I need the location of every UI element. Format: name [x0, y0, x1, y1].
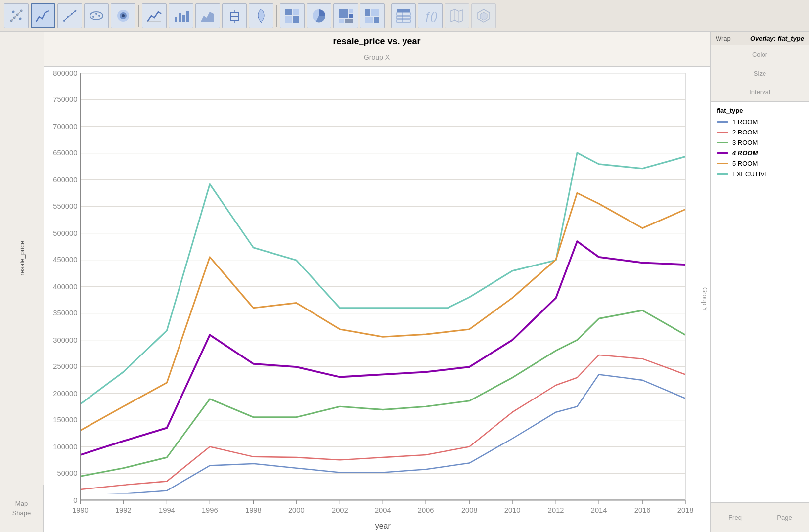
interval-button[interactable]: Interval	[711, 83, 809, 102]
svg-text:1992: 1992	[115, 506, 132, 514]
svg-text:2016: 2016	[634, 506, 651, 514]
svg-rect-31	[285, 16, 292, 23]
svg-marker-50	[480, 12, 487, 20]
svg-rect-23	[186, 11, 189, 22]
group-y-label: Group Y	[701, 287, 709, 311]
bottom-left-button[interactable]: MapShape	[0, 485, 44, 532]
ellipse-icon[interactable]	[84, 3, 109, 28]
svg-point-13	[92, 16, 94, 18]
svg-text:550000: 550000	[53, 202, 77, 210]
svg-text:1996: 1996	[202, 506, 218, 514]
svg-text:2000: 2000	[288, 506, 305, 514]
density-icon[interactable]	[111, 3, 135, 28]
formula-icon[interactable]: ƒ()	[418, 3, 443, 28]
svg-point-18	[122, 14, 125, 17]
mosaic-icon[interactable]	[360, 3, 385, 28]
svg-text:450000: 450000	[53, 255, 77, 264]
svg-text:2014: 2014	[591, 506, 607, 514]
svg-marker-24	[201, 12, 214, 22]
scatter-plot-icon[interactable]	[4, 3, 29, 28]
svg-text:ƒ(): ƒ()	[424, 10, 438, 22]
svg-rect-30	[293, 9, 299, 15]
y-axis-area: resale_price	[18, 32, 26, 485]
svg-text:700000: 700000	[53, 122, 77, 130]
svg-text:2012: 2012	[548, 506, 564, 514]
page-button[interactable]: Page	[760, 503, 809, 532]
map-icon[interactable]	[445, 3, 469, 28]
tile-icon[interactable]	[280, 3, 305, 28]
violin-icon[interactable]	[249, 3, 273, 28]
legend-item[interactable]: 2 ROOM	[717, 129, 803, 136]
area-chart-icon[interactable]	[195, 3, 220, 28]
svg-text:0: 0	[73, 495, 77, 504]
svg-rect-43	[397, 9, 410, 12]
svg-rect-20	[175, 17, 177, 22]
svg-rect-39	[365, 9, 370, 16]
chart-svg: 800000 750000 700000 650000 600000 55000…	[44, 67, 710, 532]
svg-text:2018: 2018	[677, 506, 694, 514]
svg-rect-29	[285, 9, 292, 15]
pie-icon[interactable]	[307, 3, 331, 28]
line-plot-icon[interactable]	[31, 3, 55, 28]
legend-item-label: 2 ROOM	[732, 129, 758, 136]
svg-text:1994: 1994	[159, 506, 175, 514]
line-chart-icon[interactable]	[142, 3, 167, 28]
right-panel: Wrap Overlay: flat_type Color Size Inter…	[710, 32, 809, 532]
size-button[interactable]: Size	[711, 64, 809, 83]
svg-text:year: year	[375, 521, 391, 530]
overlay-label: Overlay: flat_type	[750, 35, 804, 42]
svg-rect-40	[371, 9, 379, 16]
svg-text:500000: 500000	[53, 228, 77, 237]
svg-rect-44	[397, 13, 410, 15]
map-shape-label: MapShape	[12, 499, 31, 517]
legend-item[interactable]: 5 ROOM	[717, 160, 803, 167]
legend-item[interactable]: EXECUTIVE	[717, 170, 803, 177]
svg-line-11	[63, 10, 76, 21]
svg-rect-42	[374, 17, 379, 23]
wrap-label[interactable]: Wrap	[716, 35, 731, 42]
group-y-container[interactable]: Group Y	[700, 67, 710, 532]
table-icon[interactable]	[391, 3, 416, 28]
svg-point-15	[98, 15, 100, 17]
color-button[interactable]: Color	[711, 45, 809, 64]
svg-rect-41	[365, 17, 373, 23]
svg-rect-38	[345, 19, 353, 23]
legend-item[interactable]: 4 ROOM	[717, 149, 803, 157]
trend-line-icon[interactable]	[57, 3, 82, 28]
svg-rect-46	[397, 20, 410, 22]
svg-point-3	[12, 10, 15, 13]
left-axis-area: resale_price MapShape	[0, 32, 44, 532]
chart-plot-area: Group Y 800000 750000	[44, 67, 710, 532]
legend-item[interactable]: 3 ROOM	[717, 139, 803, 146]
overlay-header: Wrap Overlay: flat_type	[711, 32, 809, 45]
svg-text:150000: 150000	[53, 415, 77, 424]
separator-3	[388, 5, 388, 27]
svg-rect-34	[339, 9, 348, 18]
group-x-header[interactable]: Group X	[44, 48, 710, 66]
treemap-icon[interactable]	[333, 3, 358, 28]
legend-item[interactable]: 1 ROOM	[717, 118, 803, 126]
svg-text:2010: 2010	[504, 506, 521, 514]
svg-text:350000: 350000	[53, 309, 77, 317]
chart-title: resale_price vs. year	[44, 32, 710, 48]
svg-text:2008: 2008	[461, 506, 478, 514]
legend-area: flat_type 1 ROOM2 ROOM3 ROOM4 ROOM5 ROOM…	[711, 102, 809, 502]
svg-text:800000: 800000	[53, 69, 77, 77]
shape-map-icon[interactable]	[471, 3, 496, 28]
svg-text:650000: 650000	[53, 148, 77, 157]
legend-title: flat_type	[717, 107, 803, 114]
svg-rect-21	[179, 13, 181, 22]
svg-text:1990: 1990	[72, 506, 89, 514]
svg-text:50000: 50000	[57, 469, 77, 477]
svg-rect-37	[339, 19, 344, 23]
legend-item-label: 3 ROOM	[732, 139, 758, 146]
group-x-label: Group X	[364, 53, 390, 61]
box-plot-icon[interactable]	[222, 3, 247, 28]
bar-chart-icon[interactable]	[169, 3, 193, 28]
svg-text:750000: 750000	[53, 95, 77, 103]
bottom-right: Freq Page	[711, 502, 809, 532]
svg-rect-35	[349, 9, 353, 13]
svg-text:300000: 300000	[53, 335, 77, 344]
main-layout: resale_price MapShape resale_price vs. y…	[0, 32, 809, 532]
freq-button[interactable]: Freq	[711, 503, 760, 532]
